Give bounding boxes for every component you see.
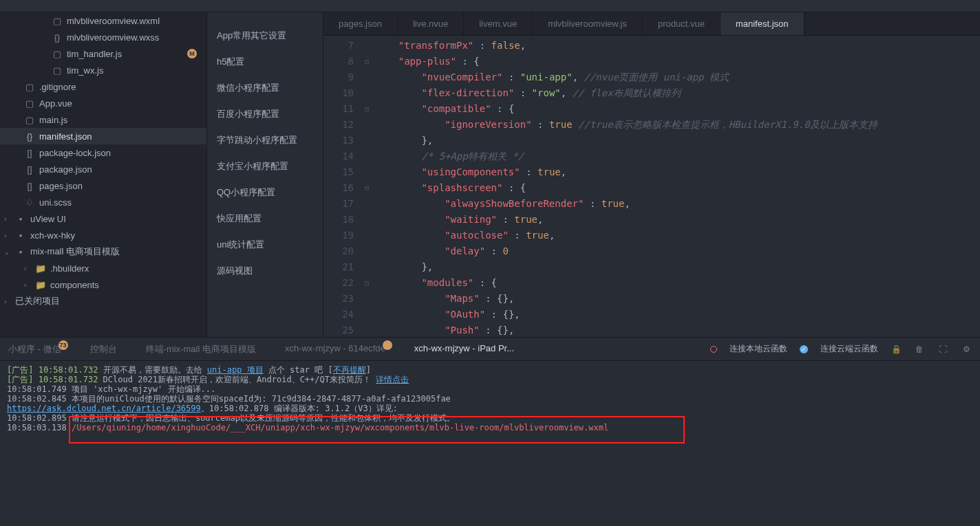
config-section[interactable]: 微信小程序配置 — [207, 75, 323, 101]
expand-icon[interactable]: ⛶ — [937, 344, 948, 355]
file-label: mlvbliveroomview.wxss — [67, 32, 159, 43]
folder-icon: ▪ — [15, 230, 26, 241]
bottom-tab[interactable]: 小程序 - 微信73 — [8, 343, 61, 355]
editor-tab[interactable]: livem.vue — [464, 12, 533, 35]
config-section[interactable]: 快应用配置 — [207, 206, 323, 232]
highlight-annotation — [69, 416, 685, 443]
file-icon: ▢ — [52, 16, 63, 26]
status-dot-cloud[interactable]: ✓ — [800, 345, 808, 353]
console-link[interactable]: https://ask.dcloud.net.cn/article/36599 — [7, 404, 201, 413]
file-item[interactable]: ▢tim_handler.jsM — [0, 45, 206, 62]
file-icon: ▢ — [52, 65, 63, 76]
project-folder[interactable]: ›▪uView UI — [0, 210, 206, 227]
file-item[interactable]: ♢uni.scss — [0, 194, 206, 210]
chevron-icon: › — [24, 265, 32, 272]
file-label: main.js — [39, 115, 67, 125]
chevron-icon: › — [4, 215, 12, 223]
editor-tabs: pages.jsonlive.nvuelivem.vuemlvbliveroom… — [323, 12, 980, 36]
config-section[interactable]: h5配置 — [207, 49, 323, 75]
chevron-icon: ⌄ — [4, 248, 12, 256]
config-section[interactable]: App常用其它设置 — [207, 23, 323, 49]
code-editor[interactable]: 78910111213141516171819202122232425 ⊟⊟⊟⊟… — [323, 36, 980, 337]
chevron-icon: › — [4, 298, 12, 305]
file-icon: [] — [24, 181, 35, 191]
folder-icon: 📁 — [35, 280, 46, 290]
folder-label: uView UI — [30, 214, 66, 224]
lock-icon[interactable]: 🔒 — [891, 344, 902, 355]
file-item[interactable]: []package.json — [0, 161, 206, 177]
bottom-tab[interactable]: 控制台 — [90, 343, 117, 355]
bottom-panel-tabs: 小程序 - 微信73控制台终端-mix-mall 电商项目模版xch-wx-mj… — [0, 338, 980, 361]
file-label: package.json — [39, 164, 92, 175]
editor-tab[interactable]: manifest.json — [721, 12, 805, 35]
config-section[interactable]: 源码视图 — [207, 258, 323, 284]
file-icon: [] — [24, 148, 35, 158]
fold-column[interactable]: ⊟⊟⊟⊟ — [365, 36, 375, 337]
status-dot-local[interactable] — [710, 346, 717, 353]
editor-tab[interactable]: mlvbliveroomview.js — [533, 12, 643, 35]
project-folder[interactable]: ⌄▪mix-mall 电商项目模版 — [0, 243, 206, 260]
folder-label: xch-wx-hky — [30, 230, 75, 241]
config-section[interactable]: QQ小程序配置 — [207, 179, 323, 206]
bottom-panel: 小程序 - 微信73控制台终端-mix-mall 电商项目模版xch-wx-mj… — [0, 337, 980, 526]
chevron-icon: › — [4, 232, 12, 239]
file-label: pages.json — [39, 181, 83, 191]
subfolder[interactable]: ›📁.hbuilderx — [0, 260, 206, 276]
file-icon: ▢ — [24, 115, 35, 125]
config-section[interactable]: 百度小程序配置 — [207, 101, 323, 127]
console-link[interactable]: 不再提醒 — [333, 365, 366, 375]
cloud-fn-label[interactable]: 连接云端云函数 — [820, 343, 878, 355]
file-label: uni.scss — [39, 197, 72, 208]
config-section-list: App常用其它设置h5配置微信小程序配置百度小程序配置字节跳动小程序配置支付宝小… — [206, 12, 323, 337]
modified-badge: M — [187, 49, 197, 58]
config-section[interactable]: 字节跳动小程序配置 — [207, 127, 323, 153]
editor-panel: pages.jsonlive.nvuelivem.vuemlvbliveroom… — [323, 12, 980, 337]
folder-label: .hbuilderx — [50, 263, 89, 274]
file-explorer: ▢mlvbliveroomview.wxml{}mlvbliveroomview… — [0, 12, 206, 337]
config-section[interactable]: uni统计配置 — [207, 232, 323, 258]
file-label: package-lock.json — [39, 148, 111, 158]
console-link[interactable]: uni-app 项目 — [207, 365, 264, 375]
top-toolbar — [0, 0, 980, 12]
file-item[interactable]: {}manifest.json — [0, 128, 206, 144]
file-item[interactable]: ▢main.js — [0, 111, 206, 128]
file-item[interactable]: {}mlvbliveroomview.wxss — [0, 29, 206, 45]
file-item[interactable]: ▢tim_wx.js — [0, 62, 206, 78]
bottom-tab[interactable]: 终端-mix-mall 电商项目模版 — [146, 343, 256, 355]
file-item[interactable]: ▢.gitignore — [0, 78, 206, 95]
console-link[interactable]: 详情点击 — [376, 375, 409, 384]
file-item[interactable]: ▢App.vue — [0, 95, 206, 111]
file-label: mlvbliveroomview.wxml — [67, 16, 160, 26]
folder-icon: ▪ — [15, 247, 26, 257]
badge: 73 — [58, 340, 68, 350]
chevron-icon: › — [24, 281, 32, 289]
closed-projects[interactable]: ›已关闭项目 — [0, 293, 206, 309]
file-label: tim_wx.js — [67, 65, 103, 76]
folder-label: components — [50, 280, 99, 290]
file-label: tim_handler.js — [67, 49, 122, 59]
project-folder[interactable]: ›▪xch-wx-hky — [0, 227, 206, 243]
config-section[interactable]: 支付宝小程序配置 — [207, 153, 323, 179]
folder-label: mix-mall 电商项目模版 — [30, 245, 120, 258]
local-fn-label[interactable]: 连接本地云函数 — [729, 343, 787, 355]
notification-dot — [383, 340, 392, 350]
file-icon: ▢ — [24, 82, 35, 92]
subfolder[interactable]: ›📁components — [0, 276, 206, 293]
file-label: .gitignore — [39, 82, 76, 92]
editor-tab[interactable]: live.nvue — [398, 12, 464, 35]
file-item[interactable]: []package-lock.json — [0, 144, 206, 161]
editor-tab[interactable]: product.vue — [643, 12, 721, 35]
trash-icon[interactable]: 🗑 — [914, 344, 925, 355]
file-item[interactable]: []pages.json — [0, 177, 206, 194]
bottom-tab[interactable]: xch-wx-mjzyw - iPad Pr... — [414, 343, 514, 355]
folder-icon: 📁 — [35, 263, 46, 274]
file-icon: {} — [24, 131, 35, 142]
file-icon: ▢ — [52, 49, 63, 59]
settings-icon[interactable]: ⚙ — [961, 344, 972, 355]
editor-tab[interactable]: pages.json — [323, 12, 398, 35]
file-icon: ▢ — [24, 98, 35, 109]
folder-icon: ▪ — [15, 214, 26, 224]
console-output[interactable]: [广告] 10:58:01.732 开源不易，需要鼓励。去给 uni-app 项… — [0, 361, 980, 526]
file-item[interactable]: ▢mlvbliveroomview.wxml — [0, 12, 206, 29]
bottom-tab[interactable]: xch-wx-mjzyw - 614ecfde — [285, 343, 385, 355]
